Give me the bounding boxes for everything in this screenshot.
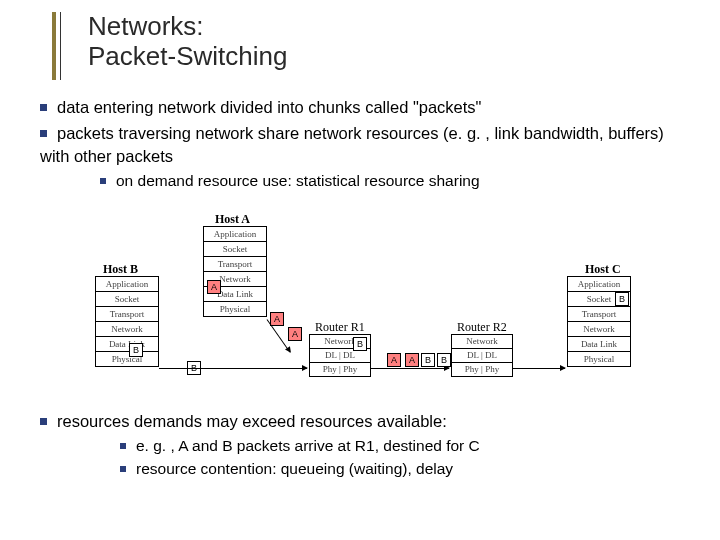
top-bullets: data entering network divided into chunk… bbox=[40, 96, 690, 194]
layer-socket: Socket bbox=[96, 292, 158, 307]
title-accent-line bbox=[60, 12, 61, 80]
bullet-packets-def: data entering network divided into chunk… bbox=[40, 96, 690, 118]
subbullet-statistical: on demand resource use: statistical reso… bbox=[100, 171, 690, 192]
packet-b: B bbox=[421, 353, 435, 367]
packet-a: A bbox=[387, 353, 401, 367]
layer-datalink: DL | DL bbox=[452, 349, 512, 363]
host-a-label: Host A bbox=[215, 212, 250, 227]
title-line-1: Networks: bbox=[88, 11, 204, 41]
slide-title: Networks: Packet-Switching bbox=[88, 12, 287, 72]
packet-a: A bbox=[270, 312, 284, 326]
packet-b: B bbox=[615, 292, 629, 306]
layer-physical: Physical bbox=[568, 352, 630, 366]
layer-network: Network bbox=[568, 322, 630, 337]
host-a-stack: Application Socket Transport Network Dat… bbox=[203, 226, 267, 317]
layer-network: Network bbox=[96, 322, 158, 337]
layer-datalink: DL | DL bbox=[310, 349, 370, 363]
packet-b: B bbox=[129, 343, 143, 357]
host-c-stack: Application Socket Transport Network Dat… bbox=[567, 276, 631, 367]
layer-transport: Transport bbox=[568, 307, 630, 322]
packet-a: A bbox=[207, 280, 221, 294]
bullet-icon bbox=[120, 443, 126, 449]
packet-b: B bbox=[353, 337, 367, 351]
bottom-bullets: resources demands may exceed resources a… bbox=[40, 410, 690, 482]
layer-physical: Physical bbox=[204, 302, 266, 316]
layer-physical: Phy | Phy bbox=[452, 363, 512, 376]
network-diagram: Host A Application Socket Transport Netw… bbox=[95, 220, 640, 395]
title-line-2: Packet-Switching bbox=[88, 41, 287, 71]
layer-application: Application bbox=[204, 227, 266, 242]
bullet-icon bbox=[120, 466, 126, 472]
layer-datalink: Data Link bbox=[568, 337, 630, 352]
layer-transport: Transport bbox=[96, 307, 158, 322]
bullet-share-resources: packets traversing network share network… bbox=[40, 122, 690, 167]
title-accent-bar bbox=[52, 12, 56, 80]
host-b-stack: Application Socket Transport Network Dat… bbox=[95, 276, 159, 367]
bullet-icon bbox=[100, 178, 106, 184]
bullet-icon bbox=[40, 104, 47, 111]
layer-socket: Socket bbox=[204, 242, 266, 257]
subbullet-example-r1: e. g. , A and B packets arrive at R1, de… bbox=[120, 436, 690, 457]
host-c-label: Host C bbox=[585, 262, 621, 277]
host-b-label: Host B bbox=[103, 262, 138, 277]
layer-physical: Physical bbox=[96, 352, 158, 366]
layer-datalink: Data Link bbox=[96, 337, 158, 352]
subbullet-contention: resource contention: queueing (waiting),… bbox=[120, 459, 690, 480]
layer-physical: Phy | Phy bbox=[310, 363, 370, 376]
router-r1-label: Router R1 bbox=[315, 320, 365, 335]
title-block: Networks: Packet-Switching bbox=[40, 12, 287, 72]
layer-transport: Transport bbox=[204, 257, 266, 272]
bullet-icon bbox=[40, 418, 47, 425]
packet-a: A bbox=[288, 327, 302, 341]
layer-application: Application bbox=[96, 277, 158, 292]
link-r2-to-c bbox=[513, 368, 565, 369]
router-r2-stack: Network DL | DL Phy | Phy bbox=[451, 334, 513, 377]
packet-b: B bbox=[437, 353, 451, 367]
link-r1-to-r2 bbox=[371, 368, 449, 369]
bullet-demand-exceed: resources demands may exceed resources a… bbox=[40, 410, 690, 432]
bullet-icon bbox=[40, 130, 47, 137]
layer-application: Application bbox=[568, 277, 630, 292]
packet-a: A bbox=[405, 353, 419, 367]
link-b-to-r1 bbox=[159, 368, 307, 369]
router-r2-label: Router R2 bbox=[457, 320, 507, 335]
layer-network: Network bbox=[452, 335, 512, 349]
